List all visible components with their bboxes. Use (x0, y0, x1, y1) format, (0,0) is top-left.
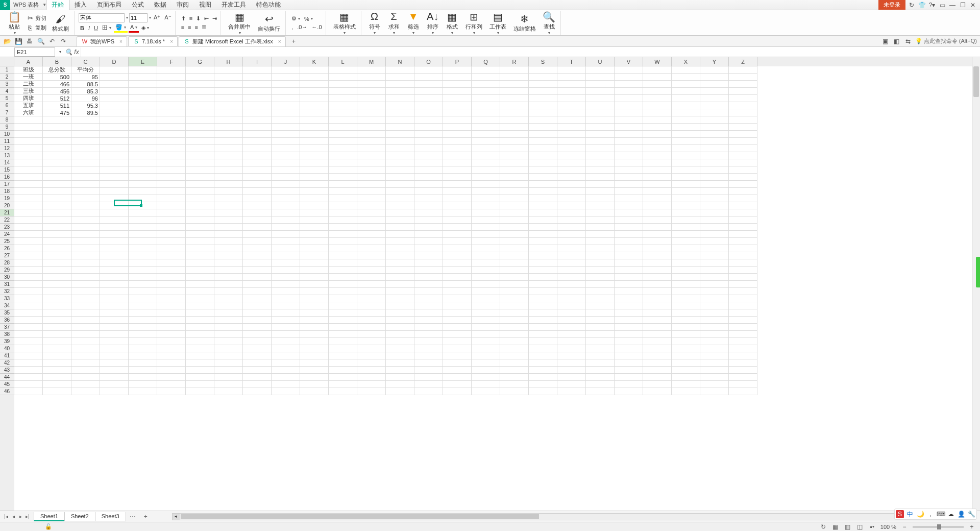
cell-F10[interactable] (157, 131, 186, 138)
cell-Z11[interactable] (729, 138, 757, 145)
cell-H34[interactable] (214, 302, 243, 309)
cell-E17[interactable] (129, 181, 157, 188)
cell-C44[interactable] (71, 374, 100, 381)
cell-A38[interactable] (14, 331, 43, 338)
cell-N3[interactable] (386, 81, 414, 88)
cell-L1[interactable] (329, 66, 357, 74)
cell-T4[interactable] (557, 88, 586, 95)
cell-C3[interactable]: 88.5 (71, 81, 100, 88)
cell-O2[interactable] (414, 74, 443, 81)
cell-L35[interactable] (329, 309, 357, 317)
cell-F31[interactable] (157, 281, 186, 288)
col-header-U[interactable]: U (586, 57, 615, 66)
cell-Y29[interactable] (700, 267, 729, 274)
cell-X23[interactable] (672, 224, 700, 231)
cell-Z18[interactable] (729, 188, 757, 195)
cell-O13[interactable] (414, 152, 443, 159)
cell-P7[interactable] (443, 109, 472, 116)
cell-N43[interactable] (386, 367, 414, 374)
cell-H37[interactable] (214, 324, 243, 331)
cell-B18[interactable] (43, 188, 71, 195)
cell-O17[interactable] (414, 181, 443, 188)
cell-D17[interactable] (100, 181, 129, 188)
underline-button[interactable]: U (92, 23, 100, 33)
cell-J21[interactable] (272, 209, 300, 216)
row-header-39[interactable]: 39 (0, 338, 14, 345)
cell-J13[interactable] (272, 152, 300, 159)
cell-R36[interactable] (500, 317, 529, 324)
align-bottom-icon[interactable]: ⬇ (194, 15, 202, 22)
cell-H32[interactable] (214, 288, 243, 295)
cell-G23[interactable] (186, 224, 214, 231)
cell-O3[interactable] (414, 81, 443, 88)
cell-L41[interactable] (329, 352, 357, 359)
cell-L27[interactable] (329, 252, 357, 259)
cell-R2[interactable] (500, 74, 529, 81)
cell-R37[interactable] (500, 324, 529, 331)
cell-Y1[interactable] (700, 66, 729, 74)
cell-I14[interactable] (243, 159, 272, 166)
cell-C36[interactable] (71, 317, 100, 324)
cell-L44[interactable] (329, 374, 357, 381)
cell-T22[interactable] (557, 216, 586, 224)
cell-U24[interactable] (586, 231, 615, 238)
cell-P6[interactable] (443, 102, 472, 109)
cell-U8[interactable] (586, 116, 615, 124)
cell-E16[interactable] (129, 174, 157, 181)
cell-E5[interactable] (129, 95, 157, 102)
cell-C5[interactable]: 96 (71, 95, 100, 102)
cell-B10[interactable] (43, 131, 71, 138)
cell-E37[interactable] (129, 324, 157, 331)
cell-V7[interactable] (615, 109, 643, 116)
cell-Q17[interactable] (472, 181, 500, 188)
col-header-K[interactable]: K (300, 57, 329, 66)
row-header-20[interactable]: 20 (0, 202, 14, 209)
cell-P33[interactable] (443, 295, 472, 302)
cell-L6[interactable] (329, 102, 357, 109)
row-header-25[interactable]: 25 (0, 238, 14, 245)
cell-S17[interactable] (529, 181, 557, 188)
cell-D9[interactable] (100, 124, 129, 131)
cell-W21[interactable] (643, 209, 672, 216)
cell-A43[interactable] (14, 367, 43, 374)
cell-S18[interactable] (529, 188, 557, 195)
cell-X14[interactable] (672, 159, 700, 166)
cell-Q31[interactable] (472, 281, 500, 288)
cell-T46[interactable] (557, 388, 586, 395)
cell-R21[interactable] (500, 209, 529, 216)
cell-B4[interactable]: 456 (43, 88, 71, 95)
cell-W12[interactable] (643, 145, 672, 152)
cell-T13[interactable] (557, 152, 586, 159)
cell-L17[interactable] (329, 181, 357, 188)
cell-V11[interactable] (615, 138, 643, 145)
cell-M25[interactable] (357, 238, 386, 245)
cell-Z32[interactable] (729, 288, 757, 295)
cell-V18[interactable] (615, 188, 643, 195)
cell-E19[interactable] (129, 195, 157, 202)
cell-L9[interactable] (329, 124, 357, 131)
cell-H23[interactable] (214, 224, 243, 231)
cell-H45[interactable] (214, 381, 243, 388)
menu-tab-公式[interactable]: 公式 (127, 0, 149, 10)
cell-A29[interactable] (14, 267, 43, 274)
cell-G24[interactable] (186, 231, 214, 238)
col-header-Z[interactable]: Z (729, 57, 757, 66)
cell-F14[interactable] (157, 159, 186, 166)
cell-F44[interactable] (157, 374, 186, 381)
cell-S34[interactable] (529, 302, 557, 309)
cell-T41[interactable] (557, 352, 586, 359)
cell-X16[interactable] (672, 174, 700, 181)
menu-tab-开始[interactable]: 开始 (46, 0, 69, 10)
cell-P4[interactable] (443, 88, 472, 95)
cell-U34[interactable] (586, 302, 615, 309)
cell-I22[interactable] (243, 216, 272, 224)
cell-U46[interactable] (586, 388, 615, 395)
cell-P46[interactable] (443, 388, 472, 395)
cell-I10[interactable] (243, 131, 272, 138)
mode-icon-2[interactable]: ◧ (893, 37, 901, 45)
cell-X41[interactable] (672, 352, 700, 359)
cell-G33[interactable] (186, 295, 214, 302)
cell-E35[interactable] (129, 309, 157, 317)
fill-color-button[interactable]: 🪣▾ (114, 23, 128, 33)
cell-D13[interactable] (100, 152, 129, 159)
